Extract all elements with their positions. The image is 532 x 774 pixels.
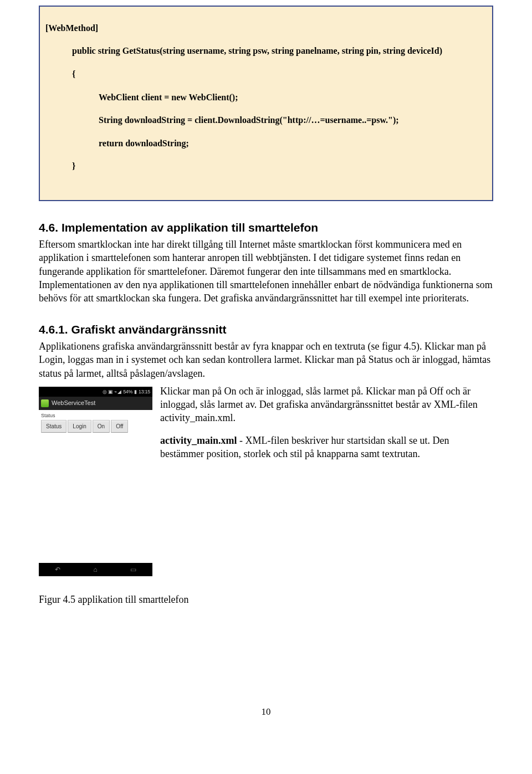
figure-caption: Figur 4.5 applikation till smarttelefon (39, 593, 493, 606)
code-line: String downloadString = client.DownloadS… (45, 115, 487, 126)
section-title: Implementation av applikation till smart… (62, 221, 318, 234)
app-titlebar: WebServiceTest (39, 397, 152, 410)
section-number: 4.6. (39, 221, 58, 234)
recent-icon[interactable]: ▭ (130, 565, 136, 574)
phone-screenshot: ◎ ▣ ⌁ ◢ 54% ▮ 13:15 WebServiceTest Statu… (39, 387, 152, 576)
phone-frame: ◎ ▣ ⌁ ◢ 54% ▮ 13:15 WebServiceTest Statu… (39, 387, 152, 576)
subsection-title: Grafiskt användargränssnitt (71, 323, 226, 336)
section-body: Eftersom smartklockan inte har direkt ti… (39, 238, 493, 305)
page-number: 10 (39, 706, 493, 719)
page: [WebMethod] public string GetStatus(stri… (0, 0, 532, 741)
back-icon[interactable]: ↶ (55, 565, 60, 574)
off-button[interactable]: Off (111, 420, 128, 433)
battery-percent: 54% (123, 388, 132, 395)
code-line: { (45, 69, 487, 80)
app-content: Status Status Login On Off (39, 410, 152, 565)
code-line: [WebMethod] (45, 23, 487, 34)
code-line: return downloadString; (45, 138, 487, 150)
battery-icon: ▮ (134, 388, 137, 395)
android-statusbar: ◎ ▣ ⌁ ◢ 54% ▮ 13:15 (39, 387, 152, 397)
app-icon (41, 399, 49, 407)
login-button[interactable]: Login (68, 420, 91, 433)
on-button[interactable]: On (93, 420, 110, 433)
code-box: [WebMethod] public string GetStatus(stri… (39, 6, 493, 201)
status-text: Status (40, 411, 151, 420)
home-icon[interactable]: ⌂ (93, 565, 97, 574)
figure-text-wrap: ◎ ▣ ⌁ ◢ 54% ▮ 13:15 WebServiceTest Statu… (39, 385, 493, 576)
filename-bold: activity_main.xml (160, 435, 237, 446)
subsection-number: 4.6.1. (39, 323, 68, 336)
code-line: WebClient client = new WebClient(); (45, 92, 487, 104)
clock-text: 13:15 (139, 388, 150, 395)
code-line: public string GetStatus(string username,… (45, 45, 487, 57)
subsection-body-1: Applikationens grafiska användargränssni… (39, 340, 493, 380)
code-line: } (45, 161, 487, 172)
subsection-heading: 4.6.1. Grafiskt användargränssnitt (39, 322, 493, 337)
android-navbar: ↶ ⌂ ▭ (39, 563, 152, 576)
section-heading: 4.6. Implementation av applikation till … (39, 220, 493, 235)
button-row: Status Login On Off (40, 420, 151, 433)
statusbar-icons: ◎ ▣ ⌁ ◢ (103, 388, 121, 395)
app-title: WebServiceTest (52, 399, 95, 407)
status-button[interactable]: Status (41, 420, 66, 433)
